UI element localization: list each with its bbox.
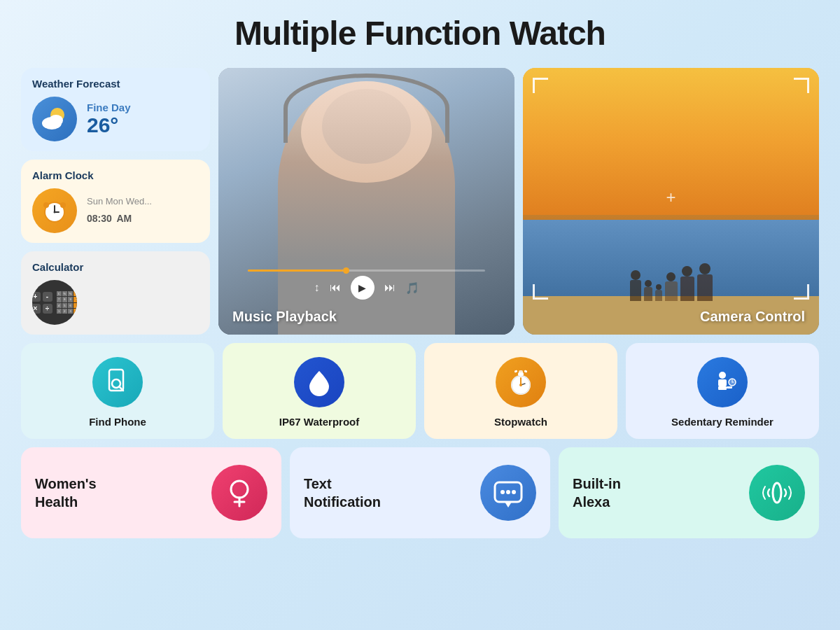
music-shuffle-button[interactable]: ↕ — [314, 281, 320, 294]
builtin-alexa-card: Built-inAlexa — [559, 447, 819, 538]
svg-point-38 — [512, 490, 516, 494]
alarm-icon — [32, 188, 77, 233]
text-notification-label: TextNotification — [304, 475, 381, 511]
weather-card: Weather Forecast Fine Day 26° — [21, 68, 210, 151]
music-play-button[interactable]: ▶ — [351, 276, 374, 300]
music-repeat-button[interactable]: 🎵 — [405, 281, 419, 295]
svg-rect-26 — [718, 379, 727, 386]
womens-health-icon — [211, 465, 267, 521]
stopwatch-label: Stopwatch — [494, 416, 547, 428]
womens-health-card: Women'sHealth — [21, 447, 281, 538]
weather-icon — [32, 97, 77, 141]
svg-rect-28 — [727, 386, 732, 388]
find-phone-card: Find Phone — [21, 343, 214, 439]
svg-point-37 — [506, 490, 510, 494]
calculator-title: Calculator — [32, 261, 199, 273]
waterproof-icon — [294, 357, 344, 407]
svg-point-32 — [231, 481, 248, 498]
music-progress-bar[interactable] — [248, 270, 484, 272]
svg-point-25 — [719, 372, 726, 379]
builtin-alexa-label: Built-inAlexa — [573, 475, 621, 511]
find-phone-label: Find Phone — [89, 416, 146, 428]
camera-corner-tl — [533, 78, 548, 93]
calculator-icon: + - × ÷ C % % ÷ 7 8 9 — [32, 280, 77, 325]
svg-rect-20 — [524, 370, 528, 372]
sedentary-card: Sedentary Reminder — [626, 343, 819, 439]
weather-temperature: 26° — [87, 113, 131, 137]
builtin-alexa-icon — [749, 465, 805, 521]
alarm-time: 08:30 AM — [87, 206, 152, 226]
waterproof-label: IP67 Waterproof — [279, 416, 359, 428]
svg-point-8 — [43, 202, 49, 208]
weather-title: Weather Forecast — [32, 78, 199, 90]
page-title: Multiple Function Watch — [234, 14, 606, 52]
stopwatch-card: Stopwatch — [424, 343, 617, 439]
svg-point-9 — [60, 202, 66, 208]
alarm-title: Alarm Clock — [32, 169, 199, 181]
music-card: ↕ ⏮ ▶ ⏭ 🎵 Music Playback — [218, 68, 514, 335]
camera-corner-br — [794, 284, 809, 300]
text-notification-card: TextNotification — [290, 447, 550, 538]
weather-condition: Fine Day — [87, 102, 131, 113]
sedentary-label: Sedentary Reminder — [671, 416, 774, 428]
camera-card: + Camera Control — [523, 68, 819, 335]
svg-rect-27 — [718, 386, 727, 390]
womens-health-label: Women'sHealth — [35, 475, 97, 511]
find-phone-icon — [92, 357, 143, 407]
music-next-button[interactable]: ⏭ — [384, 281, 396, 294]
music-label: Music Playback — [232, 309, 337, 325]
camera-label: Camera Control — [700, 309, 805, 325]
svg-rect-19 — [514, 370, 518, 372]
camera-focus-icon: + — [666, 188, 676, 207]
svg-point-23 — [519, 384, 522, 386]
camera-corner-tr — [794, 78, 809, 93]
stopwatch-icon — [496, 357, 546, 407]
camera-corner-bl — [533, 284, 548, 300]
svg-point-39 — [773, 483, 781, 503]
text-notification-icon — [480, 465, 536, 521]
sedentary-icon — [697, 357, 748, 407]
svg-point-2 — [49, 115, 63, 126]
svg-point-7 — [54, 211, 56, 214]
alarm-card: Alarm Clock Sun Mon Wed... — [21, 160, 210, 243]
music-prev-button[interactable]: ⏮ — [330, 281, 341, 294]
alarm-days: Sun Mon Wed... — [87, 196, 152, 206]
svg-point-36 — [500, 490, 505, 494]
waterproof-card: IP67 Waterproof — [223, 343, 416, 439]
svg-rect-24 — [519, 370, 523, 374]
calculator-card: Calculator + - × ÷ C % — [21, 251, 210, 335]
